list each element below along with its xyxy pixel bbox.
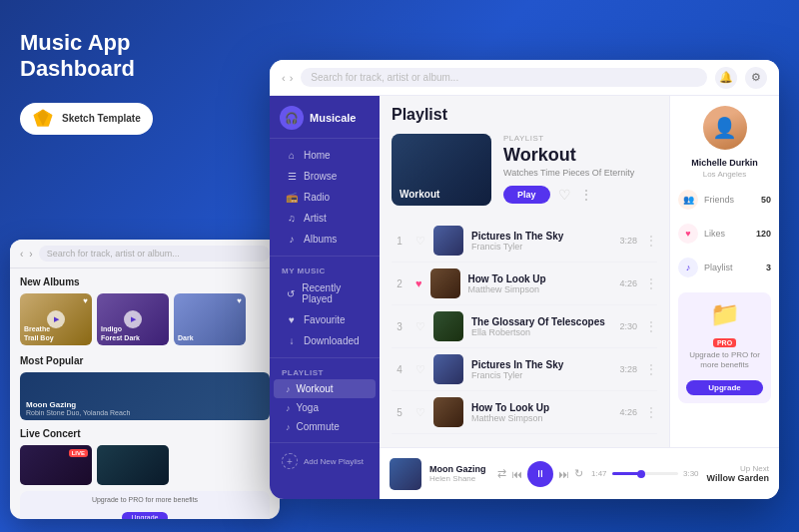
track-heart-icon[interactable]: ♥ xyxy=(415,277,422,289)
next-button[interactable]: ⏭ xyxy=(558,468,569,480)
track-thumbnail xyxy=(433,397,463,427)
home-icon: ⌂ xyxy=(286,150,298,161)
hero-play-button[interactable]: Play xyxy=(503,186,550,204)
forward-button[interactable]: › xyxy=(290,72,294,84)
most-popular-image[interactable]: Moon Gazing Robin Stone Duo, Yolanda Rea… xyxy=(20,372,270,420)
sketch-label: Sketch Template xyxy=(62,113,141,124)
track-more-button[interactable]: ⋮ xyxy=(645,362,657,376)
sidebar-favourite[interactable]: ♥ Favourite xyxy=(274,309,376,330)
track-number: 1 xyxy=(392,236,407,247)
album-indigo[interactable]: ▶ IndigoForest Dark xyxy=(97,293,169,345)
pro-badge: PRO xyxy=(713,338,736,347)
track-thumbnail xyxy=(433,311,463,341)
track-duration: 3:28 xyxy=(619,364,637,374)
add-playlist-button[interactable]: + Add New Playlist xyxy=(270,447,380,475)
track-name: Pictures In The Sky xyxy=(471,359,611,370)
settings-button[interactable]: ⚙ xyxy=(745,67,767,89)
album-third[interactable]: ♥ Dark xyxy=(174,293,246,345)
shuffle-button[interactable]: ⇄ xyxy=(497,467,506,480)
playlist-icon: ♪ xyxy=(286,422,291,432)
back-button[interactable]: ‹ xyxy=(282,72,286,84)
sidebar-item-radio[interactable]: 📻 Radio xyxy=(274,187,376,208)
track-heart-icon[interactable]: ♡ xyxy=(415,235,425,248)
album-label: BreatheTrail Boy xyxy=(24,325,54,342)
forward-arrow[interactable]: › xyxy=(29,249,32,260)
track-more-button[interactable]: ⋮ xyxy=(645,405,657,419)
friends-value: 50 xyxy=(761,195,771,205)
recently-played-icon: ↺ xyxy=(286,288,296,299)
sidebar-playlist-yoga[interactable]: ♪ Yoga xyxy=(274,398,376,417)
track-more-button[interactable]: ⋮ xyxy=(645,276,657,290)
sidebar-playlist-workout[interactable]: ♪ Workout xyxy=(274,379,376,398)
track-duration: 3:28 xyxy=(619,236,637,246)
playlist-icon: ♪ xyxy=(286,384,291,394)
album-label: Dark xyxy=(178,334,194,342)
player-bar: Moon Gazing Helen Shane ⇄ ⏮ ⏸ ⏭ ↻ 1:47 xyxy=(380,447,779,499)
sidebar-item-browse[interactable]: ☰ Browse xyxy=(274,166,376,187)
track-number: 3 xyxy=(392,321,407,332)
repeat-button[interactable]: ↻ xyxy=(574,467,583,480)
progress-bar[interactable] xyxy=(612,472,678,475)
app-body: 🎧 Musicale ⌂ Home ☰ Browse 📻 Radio ♫ xyxy=(270,96,779,499)
table-row: 2 ♥ How To Look Up Matthew Simpson 4:26 … xyxy=(392,263,657,305)
track-heart-icon[interactable]: ♡ xyxy=(415,406,425,419)
table-row: 5 ♡ How To Look Up Matthew Simpson 4:26 … xyxy=(392,391,657,434)
logo-name: Musicale xyxy=(310,112,356,124)
upgrade-button[interactable]: Upgrade xyxy=(686,380,763,395)
sidebar-logo: 🎧 Musicale xyxy=(270,96,380,139)
playlist-section: Playlist ♪ Workout ♪ Yoga ♪ Commute xyxy=(270,358,380,443)
track-name: How To Look Up xyxy=(471,402,611,413)
sidebar-playlist-commute[interactable]: ♪ Commute xyxy=(274,417,376,436)
likes-icon: ♥ xyxy=(678,224,698,244)
live-concert-2[interactable] xyxy=(97,445,169,485)
live-concerts-row: LIVE xyxy=(20,445,270,485)
hero-label: Workout xyxy=(392,183,447,206)
live-concert-1[interactable]: LIVE xyxy=(20,445,92,485)
prev-button[interactable]: ⏮ xyxy=(511,468,522,480)
playlist-label: Playlist xyxy=(704,263,760,272)
hero-heart-button[interactable]: ♡ xyxy=(558,187,571,203)
track-more-button[interactable]: ⋮ xyxy=(645,234,657,248)
track-name: How To Look Up xyxy=(468,273,612,284)
track-heart-icon[interactable]: ♡ xyxy=(415,363,425,376)
table-row: 4 ♡ Pictures In The Sky Francis Tyler 3:… xyxy=(392,348,657,391)
pause-button[interactable]: ⏸ xyxy=(527,461,553,487)
sidebar-recently-played[interactable]: ↺ Recently Played xyxy=(274,277,376,309)
track-duration: 4:26 xyxy=(619,407,637,417)
up-next: Up Next Willow Garden xyxy=(707,464,769,483)
stat-row-playlist: ♪ Playlist 3 xyxy=(678,255,771,280)
album-label: IndigoForest Dark xyxy=(101,325,140,342)
sidebar-item-home[interactable]: ⌂ Home xyxy=(274,145,376,166)
sidebar: 🎧 Musicale ⌂ Home ☰ Browse 📻 Radio ♫ xyxy=(270,96,380,499)
browse-icon: ☰ xyxy=(286,171,298,182)
sidebar-item-albums[interactable]: ♪ Albums xyxy=(274,229,376,250)
track-number: 2 xyxy=(392,278,407,289)
track-duration: 2:30 xyxy=(619,321,637,331)
live-badge: LIVE xyxy=(69,449,88,457)
back-arrow[interactable]: ‹ xyxy=(20,249,23,260)
track-more-button[interactable]: ⋮ xyxy=(645,319,657,333)
downloaded-icon: ↓ xyxy=(286,335,298,346)
small-albums-row: ♥ ▶ BreatheTrail Boy ▶ IndigoForest Dark… xyxy=(20,293,270,345)
upgrade-small-button[interactable]: Upgrade xyxy=(122,512,169,519)
nav-arrows: ‹ › xyxy=(282,72,293,84)
user-avatar: 👤 xyxy=(703,106,747,150)
notification-button[interactable]: 🔔 xyxy=(715,67,737,89)
hero-subtitle: Watches Time Pieces Of Eternity xyxy=(503,168,657,178)
album-breathe[interactable]: ♥ ▶ BreatheTrail Boy xyxy=(20,293,92,345)
track-heart-icon[interactable]: ♡ xyxy=(415,320,425,333)
progress-area: 1:47 3:30 xyxy=(591,469,699,478)
upgrade-box: 📁 PRO Upgrade to PRO for more benefits U… xyxy=(678,292,771,403)
hero-more-button[interactable]: ⋮ xyxy=(579,187,593,203)
upgrade-icon: 📁 xyxy=(686,300,763,328)
sidebar-item-artist[interactable]: ♫ Artist xyxy=(274,208,376,229)
hero-category: Playlist xyxy=(503,134,657,143)
progress-dot xyxy=(637,470,645,478)
track-duration: 4:26 xyxy=(619,278,637,288)
track-thumbnail xyxy=(433,226,463,256)
sidebar-downloaded[interactable]: ↓ Downloaded xyxy=(274,330,376,351)
track-info: How To Look Up Matthew Simpson xyxy=(468,273,612,294)
hero-track-title: Workout xyxy=(503,145,657,166)
main-content: Playlist Workout Playlist Workout Watche… xyxy=(380,96,779,499)
top-search-bar[interactable]: Search for track, artist or album... xyxy=(301,68,707,87)
